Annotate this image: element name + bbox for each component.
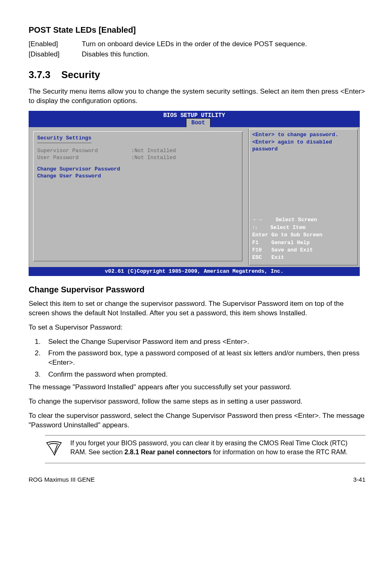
change-pw-p1: Select this item to set or change the su… xyxy=(29,299,365,318)
key-enter: Enter xyxy=(252,232,268,238)
bios-tab-boot[interactable]: Boot xyxy=(186,118,211,127)
change-pw-p2: To set a Supervisor Password: xyxy=(29,323,365,332)
post-state-list: [Enabled] Turn on onboard device LEDs in… xyxy=(29,40,365,59)
key-esc-desc: Exit xyxy=(271,254,284,260)
bios-link-change-supervisor[interactable]: Change Supervisor Password xyxy=(37,166,238,173)
bios-key-legend: ←→ Select Screen ↑↓ Select Item Enter Go… xyxy=(252,216,354,261)
footer-left: ROG Maximus III GENE xyxy=(29,476,95,484)
bios-link-change-user[interactable]: Change User Password xyxy=(37,173,238,180)
bios-field-user: User Password :Not Installed xyxy=(37,154,238,162)
section-title: Security xyxy=(61,69,100,80)
change-pw-p4: To clear the supervisor password, select… xyxy=(29,411,365,430)
bios-help-panel: <Enter> to change password. <Enter> agai… xyxy=(248,129,358,265)
note-text: If you forget your BIOS password, you ca… xyxy=(70,439,365,456)
post-state-def-0: Turn on onboard device LEDs in the order… xyxy=(82,40,365,49)
key-lr-desc: Select Screen xyxy=(276,217,317,223)
step-1: Select the Change Supervisor Password it… xyxy=(43,337,365,347)
bios-field-label-1: User Password xyxy=(37,154,131,162)
key-f10: F10 xyxy=(252,247,262,253)
note-icon xyxy=(45,439,63,460)
note-bold: 2.8.1 Rear panel connectors xyxy=(125,449,212,456)
key-lr: ←→ xyxy=(252,216,263,222)
bios-field-value-0: :Not Installed xyxy=(131,147,176,155)
key-ud: ↑↓ xyxy=(252,224,258,230)
note-after: for information on how to erase the RTC … xyxy=(211,449,347,456)
security-heading: 3.7.3 Security xyxy=(29,68,365,81)
key-f1: F1 xyxy=(252,240,259,246)
footer-right: 3-41 xyxy=(353,476,365,484)
bios-field-supervisor: Supervisor Password :Not Installed xyxy=(37,147,238,155)
step-3: Confirm the password when prompted. xyxy=(43,370,365,379)
bios-title-bar: BIOS SETUP UTILITY Boot xyxy=(29,111,360,127)
key-enter-desc: Go to Sub Screen xyxy=(271,232,323,238)
key-f1-desc: General Help xyxy=(271,240,310,246)
post-state-term-0: [Enabled] xyxy=(29,40,82,49)
key-f10-desc: Save and Exit xyxy=(271,247,313,253)
change-pw-after: The message "Password Installed" appears… xyxy=(29,383,365,392)
bios-field-label-0: Supervisor Password xyxy=(37,147,131,155)
step-2: From the password box, type a password c… xyxy=(43,349,365,368)
change-pw-title: Change Supervisor Password xyxy=(29,284,365,295)
bios-help-text: <Enter> to change password. <Enter> agai… xyxy=(252,131,354,153)
bios-screenshot: BIOS SETUP UTILITY Boot Security Setting… xyxy=(29,111,360,276)
page-footer: ROG Maximus III GENE 3-41 xyxy=(29,476,365,484)
post-state-def-1: Disables this function. xyxy=(82,50,365,59)
change-pw-steps: Select the Change Supervisor Password it… xyxy=(29,337,365,380)
bios-field-value-1: :Not Installed xyxy=(131,154,176,162)
bios-panel-title: Security Settings xyxy=(37,135,92,143)
key-ud-desc: Select Item xyxy=(270,224,305,231)
post-state-term-1: [Disabled] xyxy=(29,50,82,59)
change-pw-p3: To change the supervisor password, follo… xyxy=(29,397,365,406)
security-intro: The Security menu items allow you to cha… xyxy=(29,87,365,106)
note-box: If you forget your BIOS password, you ca… xyxy=(45,435,365,463)
bios-footer: v02.61 (C)Copyright 1985-2009, American … xyxy=(29,267,360,276)
bios-left-panel: Security Settings Supervisor Password :N… xyxy=(29,127,247,267)
key-esc: ESC xyxy=(252,254,262,260)
bios-title: BIOS SETUP UTILITY xyxy=(163,112,225,119)
post-state-title: POST State LEDs [Enabled] xyxy=(29,25,365,36)
section-number: 3.7.3 xyxy=(29,69,50,80)
